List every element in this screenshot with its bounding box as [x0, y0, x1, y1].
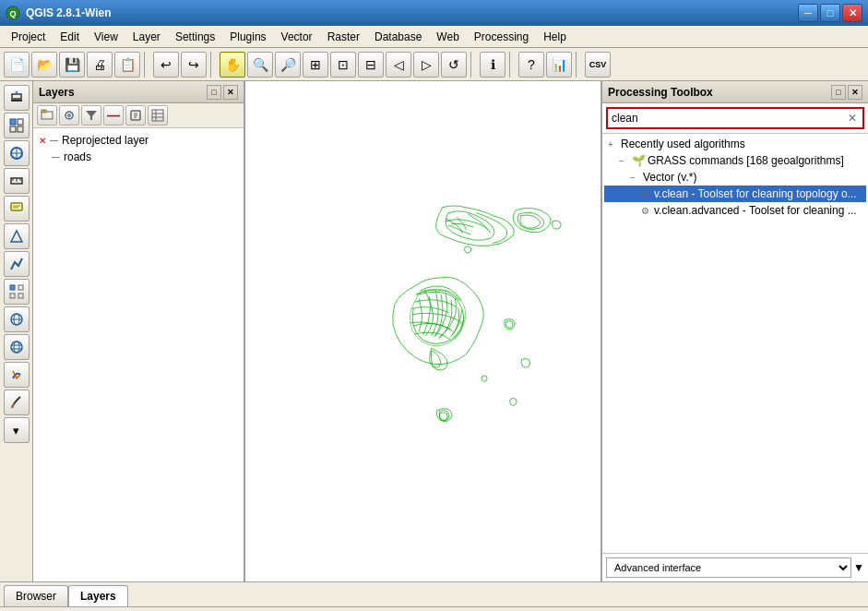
- menu-layer[interactable]: Layer: [125, 29, 168, 45]
- select-button[interactable]: [4, 140, 30, 166]
- minimize-button[interactable]: ─: [798, 4, 818, 22]
- layers-toolbar: —: [33, 103, 244, 128]
- snap-button[interactable]: [4, 362, 30, 388]
- undo-button[interactable]: ↩: [153, 52, 179, 78]
- menu-help[interactable]: Help: [536, 29, 574, 45]
- open-attr-table-button[interactable]: [148, 105, 168, 126]
- add-group-button[interactable]: [37, 105, 57, 126]
- tab-layers[interactable]: Layers: [68, 585, 128, 606]
- tree-item-vector[interactable]: − Vector (v.*): [604, 169, 866, 186]
- pan-button[interactable]: ✋: [220, 52, 245, 78]
- map-svg: [245, 81, 600, 581]
- menu-plugins[interactable]: Plugins: [222, 29, 273, 45]
- svg-point-4: [15, 91, 18, 94]
- svg-rect-2: [11, 100, 22, 102]
- layer-props-button[interactable]: [125, 105, 146, 126]
- tree-item-grass[interactable]: − 🌱 GRASS commands [168 geoalgorithms]: [604, 152, 866, 169]
- close-button[interactable]: ✕: [842, 4, 862, 22]
- svg-rect-40: [152, 110, 163, 121]
- svg-rect-22: [10, 294, 15, 298]
- stats-button[interactable]: 📊: [546, 52, 572, 78]
- add-point-button[interactable]: [4, 279, 30, 305]
- identify-button[interactable]: ℹ: [480, 52, 505, 78]
- tree-item-vclean[interactable]: ⚙ v.clean - Toolset for cleaning topolog…: [604, 186, 866, 202]
- edit-mode-button[interactable]: [4, 85, 30, 111]
- processing-restore-button[interactable]: □: [831, 85, 846, 100]
- search-clear-button[interactable]: ✕: [848, 112, 857, 125]
- svg-marker-3: [12, 94, 21, 99]
- save-project-button[interactable]: 💾: [59, 52, 85, 78]
- processing-panel-header: Processing Toolbox □ ✕: [602, 81, 868, 103]
- new-project-button[interactable]: 📄: [4, 52, 30, 78]
- measure-button[interactable]: [4, 168, 30, 194]
- tab-browser[interactable]: Browser: [4, 585, 68, 606]
- redo-button[interactable]: ↪: [181, 52, 207, 78]
- toolbar-sep-4: [509, 52, 515, 78]
- menu-project[interactable]: Project: [4, 29, 53, 45]
- help-button[interactable]: ?: [518, 52, 544, 78]
- zoom-layer-button[interactable]: ⊡: [330, 52, 356, 78]
- menu-vector[interactable]: Vector: [274, 29, 320, 45]
- zoom-out-button[interactable]: 🔎: [275, 52, 301, 78]
- main-toolbar: 📄 📂 💾 🖨 📋 ↩ ↪ ✋ 🔍 🔎 ⊞ ⊡ ⊟ ◁ ▷ ↺ ℹ ? 📊 CS…: [0, 48, 868, 81]
- annotation-button[interactable]: [4, 196, 30, 222]
- toolbar-sep-2: [210, 52, 216, 78]
- open-project-button[interactable]: 📂: [31, 52, 57, 78]
- menu-processing[interactable]: Processing: [467, 29, 536, 45]
- filter-button[interactable]: [81, 105, 101, 126]
- zoom-full-button[interactable]: ⊞: [303, 52, 328, 78]
- menu-raster[interactable]: Raster: [320, 29, 367, 45]
- add-feature-button[interactable]: [4, 223, 30, 249]
- globe2-button[interactable]: [4, 334, 30, 360]
- svg-rect-32: [42, 110, 46, 113]
- svg-rect-8: [18, 126, 23, 132]
- tree-expand-icon-vector: −: [630, 173, 641, 183]
- menu-settings[interactable]: Settings: [168, 29, 222, 45]
- digitize-button[interactable]: [4, 113, 30, 138]
- tree-item-grass-label: GRASS commands [168 geoalgorithms]: [648, 154, 844, 167]
- save-as-button[interactable]: 🖨: [87, 52, 113, 78]
- remove-layer-button[interactable]: —: [103, 105, 124, 126]
- panel-close-button[interactable]: ✕: [223, 85, 238, 100]
- panel-restore-button[interactable]: □: [207, 85, 221, 100]
- processing-panel-title: Processing Toolbox: [608, 86, 831, 99]
- tree-item-label: Recently used algorithms: [621, 138, 745, 150]
- svg-text:Q: Q: [9, 9, 16, 18]
- processing-panel-btns: □ ✕: [831, 85, 862, 100]
- tree-item-vclean-adv[interactable]: ⚙ v.clean.advanced - Toolset for cleanin…: [604, 202, 866, 219]
- svg-rect-21: [18, 285, 23, 290]
- zoom-in-button[interactable]: 🔍: [247, 52, 273, 78]
- tree-item-recent[interactable]: + Recently used algorithms: [604, 136, 866, 152]
- add-line-button[interactable]: [4, 251, 30, 277]
- menu-web[interactable]: Web: [429, 29, 466, 45]
- layer-item-roads[interactable]: — roads: [37, 149, 240, 165]
- layer-item-reprojected[interactable]: ✕ — Reprojected layer: [37, 132, 240, 149]
- svg-rect-7: [10, 126, 16, 132]
- zoom-last-button[interactable]: ◁: [386, 52, 411, 78]
- interface-select[interactable]: Advanced interface Simplified interface: [606, 557, 851, 578]
- menu-database[interactable]: Database: [367, 29, 429, 45]
- processing-search-input[interactable]: [606, 107, 864, 129]
- tree-expand-icon-vclean-adv: ⚙: [641, 206, 652, 216]
- layers-panel: Layers □ ✕ — ✕: [33, 81, 245, 581]
- zoom-selection-button[interactable]: ⊟: [358, 52, 384, 78]
- quill-button[interactable]: [4, 389, 30, 415]
- svg-rect-20: [10, 285, 15, 290]
- csv-button[interactable]: CSV: [585, 52, 611, 78]
- svg-rect-44: [245, 174, 600, 489]
- menu-view[interactable]: View: [87, 29, 125, 45]
- zoom-next-button[interactable]: ▷: [413, 52, 439, 78]
- print-button[interactable]: 📋: [114, 52, 140, 78]
- globe-button[interactable]: [4, 306, 30, 332]
- maximize-button[interactable]: □: [820, 4, 840, 22]
- svg-marker-35: [86, 111, 97, 120]
- menu-bar: Project Edit View Layer Settings Plugins…: [0, 26, 868, 48]
- menu-edit[interactable]: Edit: [53, 29, 87, 45]
- processing-close-button[interactable]: ✕: [848, 85, 862, 100]
- show-all-button[interactable]: [59, 105, 79, 126]
- layer-name-reprojected: Reprojected layer: [62, 134, 149, 147]
- expand-button[interactable]: ▾: [4, 417, 30, 443]
- title-bar: Q QGIS 2.8.1-Wien ─ □ ✕: [0, 0, 868, 26]
- map-canvas[interactable]: [245, 81, 600, 581]
- refresh-button[interactable]: ↺: [441, 52, 467, 78]
